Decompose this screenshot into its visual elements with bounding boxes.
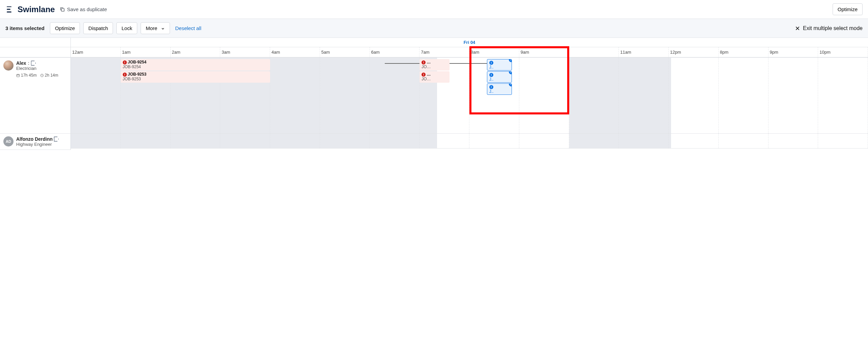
svg-rect-3: [17, 74, 19, 77]
topbar: Swimlane Save as duplicate Optimize: [0, 0, 868, 19]
close-icon: [795, 26, 800, 31]
timeline-header: Fri 04 12am1am2am3am4am5am6am7am8am9am11…: [0, 38, 868, 58]
optimize-button[interactable]: Optimize: [833, 3, 863, 15]
off-hours-shade: [569, 134, 671, 148]
hour-cell: 9pm: [769, 47, 818, 57]
error-icon: !: [123, 60, 127, 64]
job-card[interactable]: !…JO…: [419, 71, 450, 83]
hour-cell: 8pm: [719, 47, 769, 57]
job-card-selected[interactable]: ✓!J..: [487, 71, 512, 83]
hour-cell: 11am: [619, 47, 669, 57]
save-as-duplicate-label: Save as duplicate: [67, 6, 107, 12]
resource-stats: 17h 45m2h 14m: [16, 73, 58, 78]
selection-count: 3 items selected: [5, 25, 45, 31]
info-icon: !: [489, 73, 493, 77]
copy-icon: [60, 7, 65, 12]
selection-bar: 3 items selected Optimize Dispatch Lock …: [0, 19, 868, 38]
hour-cell: 3am: [220, 47, 270, 57]
job-card[interactable]: !JOB-9253JOB-9253: [121, 71, 270, 83]
swimlanes: Alex:Electrician17h 45m2h 14m!JOB-9254JO…: [0, 58, 868, 150]
job-card-selected[interactable]: ✓!J..: [487, 59, 512, 71]
hour-cell: 1am: [121, 47, 171, 57]
avatar: AD: [3, 136, 13, 146]
job-card[interactable]: !…JO…: [419, 59, 450, 71]
off-hours-shade: [569, 58, 671, 133]
resource-name: Alfonzo Derdinn: [16, 136, 59, 142]
tag-icon: [54, 137, 59, 141]
resource-lane[interactable]: [71, 134, 868, 149]
more-button[interactable]: More: [141, 22, 170, 34]
job-card[interactable]: !JOB-9254JOB-9254: [121, 59, 270, 71]
more-label: More: [146, 25, 157, 31]
error-icon: !: [422, 73, 426, 77]
hour-cell: 4am: [270, 47, 320, 57]
avatar: [3, 60, 13, 71]
page-title: Swimlane: [18, 5, 55, 14]
exit-multiselect-label: Exit multiple select mode: [803, 25, 863, 31]
save-as-duplicate-button[interactable]: Save as duplicate: [60, 6, 107, 12]
svg-rect-0: [61, 8, 64, 11]
error-icon: !: [422, 60, 426, 64]
hours-row: 12am1am2am3am4am5am6am7am8am9am11am12pm8…: [71, 47, 868, 57]
deselect-all-button[interactable]: Deselect all: [173, 23, 204, 34]
hour-cell: 2am: [171, 47, 221, 57]
day-label[interactable]: Fri 04: [71, 38, 868, 47]
hour-cell: 10pm: [818, 47, 868, 57]
resource-name: Alex:: [16, 60, 58, 66]
optimize-selection-button[interactable]: Optimize: [50, 22, 80, 34]
exit-multiselect-button[interactable]: Exit multiple select mode: [795, 25, 863, 31]
hour-cell: 12am: [71, 47, 121, 57]
resource-lane[interactable]: !JOB-9254JOB-9254!JOB-9253JOB-9253!…JO…!…: [71, 58, 868, 134]
info-icon: !: [489, 61, 493, 65]
tag-icon: [31, 61, 36, 65]
lock-button[interactable]: Lock: [116, 22, 137, 34]
menu-icon[interactable]: [5, 6, 13, 12]
off-hours-shade: [71, 134, 437, 148]
resource-role: Highway Engineer: [16, 142, 59, 147]
dispatch-button[interactable]: Dispatch: [83, 22, 113, 34]
error-icon: !: [123, 73, 127, 77]
hour-cell: 9am: [519, 47, 569, 57]
hour-cell: [569, 47, 619, 57]
info-icon: !: [489, 85, 493, 89]
calendar-icon: [16, 74, 20, 77]
chevron-down-icon: [161, 27, 165, 31]
clock-icon: [40, 74, 44, 77]
hour-cell: 5am: [320, 47, 370, 57]
hour-cell: 12pm: [669, 47, 719, 57]
job-card-selected[interactable]: ✓!J..: [487, 83, 512, 95]
resource-cell[interactable]: ADAlfonzo DerdinnHighway Engineer: [0, 134, 71, 150]
resource-role: Electrician: [16, 66, 58, 71]
resource-cell[interactable]: Alex:Electrician17h 45m2h 14m: [0, 58, 71, 134]
hour-cell: 7am: [419, 47, 469, 57]
hour-cell: 6am: [370, 47, 420, 57]
hour-cell: 8am: [469, 47, 519, 57]
